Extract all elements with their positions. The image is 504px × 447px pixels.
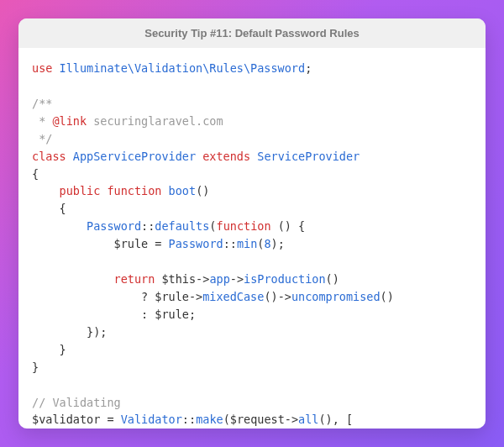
- brace-close: }: [32, 360, 39, 374]
- var-rule-2: $rule: [155, 290, 189, 303]
- docblock-link-url: securinglaravel.com: [93, 114, 223, 128]
- fn-mixedcase: mixedCase: [202, 290, 264, 303]
- header-title: Security Tip #11: Default Password Rules: [144, 27, 360, 39]
- docblock-open: /**: [32, 97, 52, 110]
- brace-open: {: [60, 202, 66, 215]
- var-validator: $validator: [32, 413, 100, 426]
- code-block: use Illuminate\Validation\Rules\Password…: [18, 48, 486, 429]
- class-service: ServiceProvider: [257, 150, 360, 163]
- fn-isproduction: isProduction: [244, 272, 326, 286]
- op-arrow: ->: [189, 290, 202, 303]
- fn-defaults: defaults: [155, 219, 209, 233]
- kw-function: function: [107, 184, 161, 197]
- op-arrow: ->: [285, 413, 298, 426]
- op-arrow: ->: [278, 290, 291, 303]
- comment-validating: // Validating: [32, 396, 121, 409]
- num-min-arg: 8: [264, 237, 270, 250]
- fn-min: min: [237, 237, 257, 250]
- var-request: $request: [230, 413, 285, 426]
- fn-uncompromised: uncompromised: [291, 290, 381, 303]
- docblock-close: */: [32, 132, 52, 145]
- op-assign: =: [155, 237, 161, 250]
- op-scope: ::: [141, 219, 155, 233]
- class-password-2: Password: [169, 237, 223, 250]
- kw-return: return: [114, 272, 155, 286]
- var-rule-3: $rule: [155, 308, 189, 321]
- var-rule: $rule: [114, 237, 149, 250]
- fn-make: make: [196, 413, 223, 426]
- docblock-star: *: [32, 114, 52, 128]
- op-arrow: ->: [230, 272, 244, 286]
- brace-open: {: [32, 167, 39, 181]
- class-app: AppServiceProvider: [73, 150, 196, 163]
- class-validator: Validator: [121, 413, 182, 426]
- code-card: Security Tip #11: Default Password Rules…: [18, 18, 486, 429]
- kw-class: class: [32, 150, 66, 163]
- kw-extends: extends: [202, 150, 250, 163]
- fn-boot: boot: [169, 184, 197, 197]
- brace-close: }: [60, 343, 66, 356]
- card-header: Security Tip #11: Default Password Rules: [18, 18, 486, 48]
- prop-app: app: [209, 272, 229, 286]
- var-this: $this: [161, 272, 196, 286]
- fn-all: all: [298, 413, 318, 426]
- namespace-path: Illuminate\Validation\Rules\Password: [60, 61, 306, 75]
- op-assign: =: [107, 413, 113, 426]
- op-arrow: ->: [196, 272, 209, 286]
- docblock-link-tag: @link: [52, 114, 87, 128]
- kw-use: use: [32, 61, 52, 75]
- kw-function-closure: function: [217, 219, 271, 233]
- kw-public: public: [60, 184, 101, 197]
- op-scope: ::: [182, 413, 196, 426]
- op-scope: ::: [223, 237, 237, 250]
- class-password: Password: [87, 219, 141, 233]
